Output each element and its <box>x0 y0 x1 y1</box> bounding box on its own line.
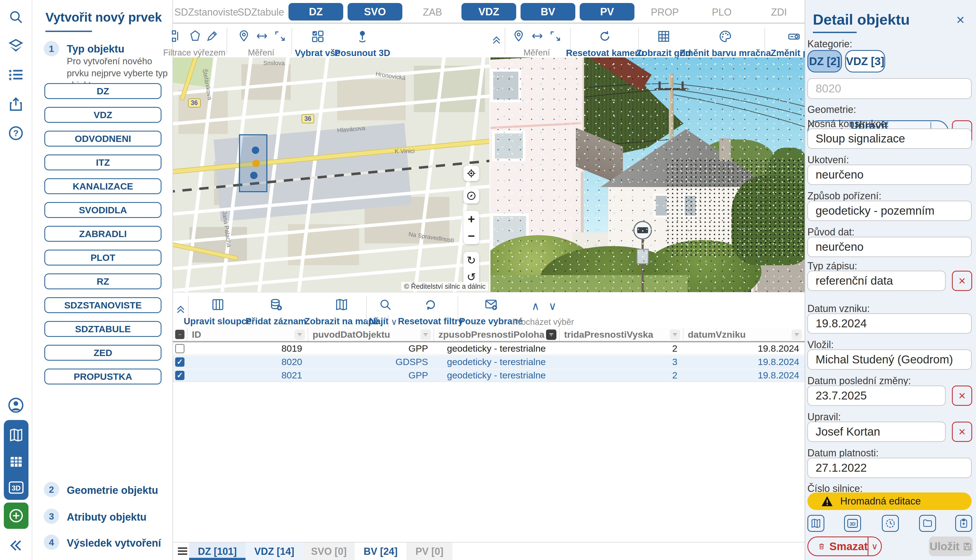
column-header-puvod[interactable]: puvodDatObjektu <box>308 328 433 341</box>
map-canvas[interactable]: 36 36 Hlavácova Smilova Hronovická K Vin… <box>173 57 490 292</box>
delete-dropdown-chevron[interactable]: ∨ <box>869 541 881 552</box>
pencil-icon[interactable] <box>206 30 219 42</box>
map-point-orange[interactable] <box>252 160 260 167</box>
tab-plo[interactable]: PLO <box>712 7 732 18</box>
field-input-typ-zapisu[interactable]: referenční data <box>807 271 946 291</box>
add-record-icon[interactable] <box>269 298 282 311</box>
rotate-control[interactable]: ↻↺ <box>463 252 479 285</box>
category-dz-button[interactable]: DZ [2] <box>807 50 842 72</box>
find-icon[interactable] <box>379 298 392 311</box>
field-input-vlozil[interactable]: Michal Studený (Geodrom) <box>807 350 972 370</box>
select-all-button[interactable]: Vybrat vše <box>295 48 340 58</box>
clear-datum-zmeny-button[interactable]: × <box>952 385 972 406</box>
edit-columns-button[interactable]: Upravit sloupce <box>184 316 252 327</box>
move-3d-icon[interactable] <box>356 30 369 43</box>
measure-pin-icon[interactable] <box>512 30 525 42</box>
tab-sdztabule[interactable]: SDZtabule <box>237 7 284 18</box>
zoom-control[interactable]: +− <box>463 211 479 244</box>
reset-camera-icon[interactable] <box>598 30 612 43</box>
type-button-vdz[interactable]: VDZ <box>44 107 162 123</box>
type-button-plot[interactable]: PLOT <box>44 250 162 265</box>
type-button-svodidla[interactable]: SVODIDLA <box>44 202 162 218</box>
object-id-field[interactable]: 8020 <box>807 78 972 99</box>
field-input-upravil[interactable]: Josef Kortan <box>807 422 946 442</box>
zoom-out-button[interactable]: − <box>468 229 475 243</box>
selection-prev-button[interactable]: ∧ <box>531 300 540 312</box>
clear-typ-zapisu-button[interactable]: × <box>952 271 972 291</box>
column-header-datum[interactable]: datumVzniku <box>683 328 805 341</box>
table-row-selected[interactable]: ✓ 8021 GPP geodeticky - terestrialne 2 1… <box>173 369 805 382</box>
reset-filters-icon[interactable] <box>424 298 437 311</box>
table-icon[interactable] <box>9 455 23 469</box>
type-button-zabradli[interactable]: ZABRADLI <box>44 226 162 242</box>
measure-pin-icon[interactable] <box>237 30 250 42</box>
measure-distance-icon[interactable] <box>531 30 543 42</box>
bottom-tab-svo[interactable]: SVO [0] <box>303 542 355 560</box>
tab-dz[interactable]: DZ <box>289 3 343 20</box>
clear-upravil-button[interactable]: × <box>952 422 972 442</box>
move-3d-button[interactable]: Posunout 3D <box>334 48 390 58</box>
select-all-icon[interactable] <box>311 30 324 43</box>
delete-button[interactable]: Smazat ∨ <box>807 537 882 556</box>
save-button[interactable]: Uložit <box>929 537 973 556</box>
tab-bv[interactable]: BV <box>521 3 575 20</box>
tab-zab[interactable]: ZAB <box>423 7 442 18</box>
row-checkbox[interactable] <box>175 344 184 353</box>
help-icon[interactable]: ? <box>8 125 24 141</box>
tab-svo[interactable]: SVO <box>348 3 402 20</box>
rotate-cw-button[interactable]: ↻ <box>467 254 476 267</box>
filter-icon[interactable] <box>420 330 431 340</box>
collapse-panel-icon[interactable] <box>8 538 24 553</box>
filter-icon[interactable] <box>294 330 305 340</box>
polygon-filter-icon[interactable] <box>189 30 201 42</box>
detail-copy-button[interactable] <box>955 515 972 532</box>
detail-3d-button[interactable]: 3D <box>844 515 861 532</box>
type-button-zed[interactable]: ZED <box>44 345 162 361</box>
select-all-checkbox[interactable]: – <box>175 330 184 339</box>
photo-canvas[interactable] <box>490 57 805 292</box>
type-button-sdztabule[interactable]: SDZTABULE <box>44 321 162 337</box>
rotate-ccw-button[interactable]: ↺ <box>467 271 476 283</box>
field-input-datum-platnosti[interactable]: 27.1.2022 <box>807 458 972 478</box>
category-vdz-button[interactable]: VDZ [3] <box>845 50 885 72</box>
zoom-in-button[interactable]: + <box>468 212 475 226</box>
column-header-zpusob[interactable]: zpusobPresnostiPoloha <box>433 328 559 341</box>
type-button-odvodneni[interactable]: ODVODNENI <box>44 131 162 147</box>
filter-active-icon[interactable] <box>546 330 557 340</box>
field-input-zpusob-porizeni[interactable]: geodeticky - pozemním <box>807 201 972 221</box>
only-selected-icon[interactable] <box>485 298 498 311</box>
locate-button[interactable] <box>463 166 479 181</box>
type-button-propustka[interactable]: PROPUSTKA <box>44 368 162 385</box>
selection-next-button[interactable]: ∨ <box>548 300 557 312</box>
reset-filters-button[interactable]: Resetovat filtry <box>398 316 463 327</box>
detail-history-button[interactable] <box>882 515 899 532</box>
filter-icon[interactable] <box>792 330 802 340</box>
measure-distance-icon[interactable] <box>256 30 268 42</box>
layers-icon[interactable] <box>8 38 24 53</box>
3d-icon[interactable]: 3D <box>8 481 24 494</box>
change-cloud-color-button[interactable]: Změnit barvu mračna <box>680 48 771 58</box>
field-input-datum-vzniku[interactable]: 19.8.2024 <box>807 313 972 333</box>
type-button-itz[interactable]: ITZ <box>44 155 162 170</box>
field-input-ukotveni[interactable]: neurčeno <box>807 165 972 185</box>
map-point-blue-2[interactable] <box>250 172 257 179</box>
type-button-dz[interactable]: DZ <box>44 83 162 99</box>
reset-camera-button[interactable]: Resetovat kameru <box>566 48 644 58</box>
measure-extent-icon[interactable] <box>549 30 562 42</box>
segment-filter-icon[interactable] <box>171 30 184 42</box>
grid-icon[interactable] <box>657 30 670 43</box>
row-checkbox-checked[interactable]: ✓ <box>175 371 184 380</box>
tab-sdzstanoviste[interactable]: SDZstanoviste <box>174 7 238 18</box>
table-row-selected[interactable]: ✓ 8020 GDSPS geodeticky - terestrialne 3… <box>173 356 805 368</box>
map-icon[interactable] <box>9 428 23 442</box>
field-input-datum-posledni-zmeny[interactable]: 23.7.2025 <box>807 385 946 406</box>
column-header-trida[interactable]: tridaPresnostiVyska <box>559 328 683 341</box>
find-dropdown-chevron[interactable]: ∨ <box>391 317 397 327</box>
row-checkbox-checked[interactable]: ✓ <box>175 357 184 367</box>
show-on-map-button[interactable]: Zobrazit na mapě <box>304 316 379 327</box>
bottom-tab-dz[interactable]: DZ [101] <box>189 542 246 560</box>
compass-button[interactable] <box>463 188 479 203</box>
column-header-id[interactable]: ID <box>187 328 308 341</box>
type-button-sdzstanoviste[interactable]: SDZSTANOVISTE <box>44 297 162 313</box>
tab-zdi[interactable]: ZDI <box>771 7 787 18</box>
